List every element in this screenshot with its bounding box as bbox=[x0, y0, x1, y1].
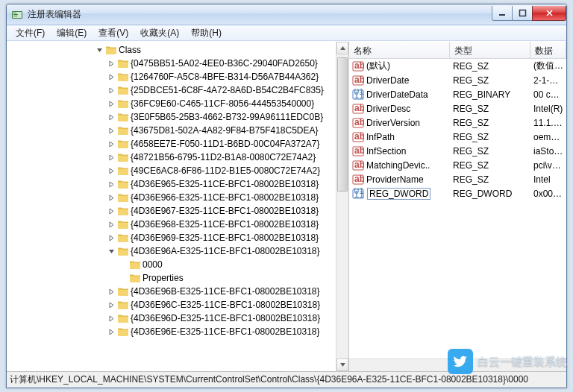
binary-value-icon bbox=[352, 89, 364, 101]
value-name: DriverDateData bbox=[366, 89, 428, 100]
tree-node[interactable]: {4D36E967-E325-11CE-BFC1-08002BE10318} bbox=[7, 204, 336, 218]
tree-node-label: Class bbox=[119, 45, 141, 55]
titlebar[interactable]: 注册表编辑器 bbox=[7, 4, 566, 25]
value-type: REG_SZ bbox=[450, 174, 530, 185]
expand-icon[interactable] bbox=[105, 218, 117, 230]
maximize-button[interactable] bbox=[512, 6, 533, 21]
col-type[interactable]: 类型 bbox=[450, 42, 530, 58]
string-value-icon bbox=[352, 174, 364, 186]
value-row[interactable]: DriverDescREG_SZIntel(R) bbox=[349, 101, 566, 116]
value-row[interactable]: DriverDateREG_SZ2-1-201 bbox=[349, 73, 566, 87]
expand-icon[interactable] bbox=[105, 326, 117, 338]
scroll-down-button[interactable] bbox=[336, 358, 348, 371]
expand-icon[interactable] bbox=[105, 57, 117, 69]
tree-node[interactable]: {4D36E96E-E325-11CE-BFC1-08002BE10318} bbox=[7, 325, 336, 338]
expand-icon[interactable] bbox=[105, 84, 117, 96]
value-row[interactable]: MatchingDevic..REG_SZpci\ven_ bbox=[349, 158, 566, 172]
expand-icon[interactable] bbox=[105, 312, 117, 324]
folder-icon bbox=[129, 259, 141, 271]
tree-node-label: {4D36E968-E325-11CE-BFC1-08002BE10318} bbox=[131, 219, 319, 230]
value-row[interactable]: InfPathREG_SZoem7.in bbox=[349, 130, 566, 144]
value-row[interactable]: DriverDateDataREG_BINARY00 c0 c9 bbox=[349, 87, 566, 101]
folder-icon bbox=[117, 232, 129, 244]
tree-node[interactable]: {4658EE7E-F050-11D1-B6BD-00C04FA372A7} bbox=[7, 137, 336, 151]
folder-icon bbox=[117, 312, 129, 324]
expand-icon[interactable] bbox=[105, 178, 117, 190]
expand-icon[interactable] bbox=[105, 285, 117, 297]
expand-icon[interactable] bbox=[105, 71, 117, 83]
tree-node[interactable]: {36FC9E60-C465-11CF-8056-444553540000} bbox=[7, 97, 336, 110]
menu-view[interactable]: 查看(V) bbox=[93, 25, 134, 41]
expand-icon[interactable] bbox=[105, 232, 117, 244]
expand-icon[interactable] bbox=[105, 192, 117, 203]
scroll-thumb[interactable] bbox=[337, 57, 348, 192]
tree-node[interactable]: {1264760F-A5C8-4BFE-B314-D56A7B44A362} bbox=[7, 70, 336, 83]
folder-icon bbox=[117, 285, 129, 297]
tree-vscroll[interactable] bbox=[336, 42, 348, 371]
close-button[interactable] bbox=[532, 6, 566, 21]
expand-icon[interactable] bbox=[105, 205, 117, 217]
expand-icon[interactable] bbox=[105, 299, 117, 311]
expand-icon[interactable] bbox=[105, 98, 117, 110]
folder-icon bbox=[117, 151, 129, 163]
tree[interactable]: Class{0475BB51-5A02-4EE0-B36C-29040FAD26… bbox=[7, 42, 336, 371]
tree-node[interactable]: {0475BB51-5A02-4EE0-B36C-29040FAD2650} bbox=[7, 57, 336, 70]
no-expand-icon bbox=[117, 272, 129, 284]
tree-node[interactable]: {43675D81-502A-4A82-9F84-B75F418C5DEA} bbox=[7, 124, 336, 137]
string-value-icon bbox=[352, 75, 364, 86]
value-data: pci\ven_ bbox=[530, 160, 566, 171]
tree-node[interactable]: {4D36E96C-E325-11CE-BFC1-08002BE10318} bbox=[7, 298, 336, 312]
tree-node-label: {43675D81-502A-4A82-9F84-B75F418C5DEA} bbox=[131, 125, 319, 136]
tree-node[interactable]: {4D36E966-E325-11CE-BFC1-08002BE10318} bbox=[7, 191, 336, 204]
status-path: 计算机\HKEY_LOCAL_MACHINE\SYSTEM\CurrentCon… bbox=[10, 373, 528, 386]
value-row[interactable]: REG_DWORDREG_DWORD0x00000 bbox=[349, 186, 566, 200]
rename-input[interactable]: REG_DWORD bbox=[367, 188, 430, 200]
tree-node[interactable]: {4D36E965-E325-11CE-BFC1-08002BE10318} bbox=[7, 177, 336, 191]
expand-icon[interactable] bbox=[105, 165, 117, 177]
menu-help[interactable]: 帮助(H) bbox=[185, 25, 228, 41]
value-type: REG_SZ bbox=[450, 118, 530, 128]
value-row[interactable]: ProviderNameREG_SZIntel bbox=[349, 172, 566, 186]
expand-icon[interactable] bbox=[105, 151, 117, 163]
tree-node-label: {4D36E96B-E325-11CE-BFC1-08002BE10318} bbox=[131, 286, 320, 297]
scroll-up-button[interactable] bbox=[336, 42, 348, 54]
tree-node-label: {4D36E965-E325-11CE-BFC1-08002BE10318} bbox=[131, 179, 319, 189]
value-data: Intel bbox=[530, 174, 566, 185]
list-body[interactable]: (默认)REG_SZ(数值未设DriverDateREG_SZ2-1-201Dr… bbox=[349, 59, 566, 371]
col-data[interactable]: 数据 bbox=[530, 42, 566, 58]
tree-node[interactable]: 0000 bbox=[7, 258, 336, 271]
menu-favorites[interactable]: 收藏夹(A) bbox=[134, 25, 185, 41]
expand-icon[interactable] bbox=[105, 124, 117, 136]
tree-node[interactable]: {3E0F5B65-25B3-4662-B732-99A96111EDC0B} bbox=[7, 110, 336, 124]
expand-icon[interactable] bbox=[105, 111, 117, 123]
tree-node-label: {0475BB51-5A02-4EE0-B36C-29040FAD2650} bbox=[131, 58, 318, 69]
tree-node[interactable]: {49CE6AC8-6F86-11D2-B1E5-0080C72E74A2} bbox=[7, 164, 336, 177]
value-type: REG_SZ bbox=[450, 146, 530, 157]
folder-icon bbox=[117, 299, 129, 311]
binary-value-icon bbox=[352, 188, 364, 200]
expand-icon[interactable] bbox=[105, 138, 117, 150]
folder-icon bbox=[117, 192, 129, 203]
tree-node[interactable]: {4D36E96D-E325-11CE-BFC1-08002BE10318} bbox=[7, 312, 336, 325]
value-row[interactable]: DriverVersionREG_SZ11.1.0.1 bbox=[349, 116, 566, 130]
app-icon bbox=[11, 9, 23, 21]
collapse-icon[interactable] bbox=[93, 44, 105, 56]
tree-node[interactable]: {4D36E969-E325-11CE-BFC1-08002BE10318} bbox=[7, 231, 336, 244]
tree-node[interactable]: {4D36E96A-E325-11CE-BFC1-08002BE10318} bbox=[7, 244, 336, 258]
collapse-icon[interactable] bbox=[105, 245, 117, 257]
tree-node[interactable]: Class bbox=[7, 43, 336, 57]
tree-node[interactable]: Properties bbox=[7, 271, 336, 285]
menu-file[interactable]: 文件(F) bbox=[10, 25, 51, 41]
value-row[interactable]: InfSectionREG_SZiaStor_I bbox=[349, 144, 566, 158]
value-row[interactable]: (默认)REG_SZ(数值未设 bbox=[349, 59, 566, 73]
folder-icon bbox=[117, 98, 129, 110]
tree-node[interactable]: {25DBCE51-6C8F-4A72-8A6D-B54C2B4FC835} bbox=[7, 83, 336, 97]
tree-node[interactable]: {4D36E968-E325-11CE-BFC1-08002BE10318} bbox=[7, 218, 336, 231]
tree-node[interactable]: {4D36E96B-E325-11CE-BFC1-08002BE10318} bbox=[7, 285, 336, 298]
folder-icon bbox=[117, 138, 129, 150]
menu-edit[interactable]: 编辑(E) bbox=[51, 25, 93, 41]
tree-node[interactable]: {48721B56-6795-11D2-B1A8-0080C72E74A2} bbox=[7, 151, 336, 164]
col-name[interactable]: 名称 bbox=[349, 42, 450, 58]
value-type: REG_SZ bbox=[450, 75, 530, 86]
minimize-button[interactable] bbox=[492, 6, 513, 21]
